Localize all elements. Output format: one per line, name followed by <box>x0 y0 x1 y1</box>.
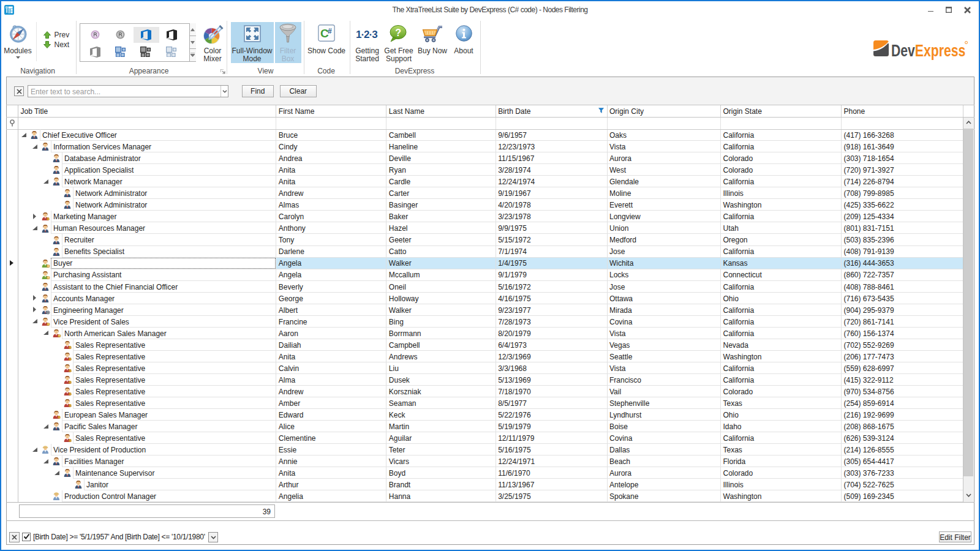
svg-text:1·2·3: 1·2·3 <box>356 29 377 40</box>
svg-text:?: ? <box>395 28 401 38</box>
svg-text:#: # <box>328 27 332 36</box>
